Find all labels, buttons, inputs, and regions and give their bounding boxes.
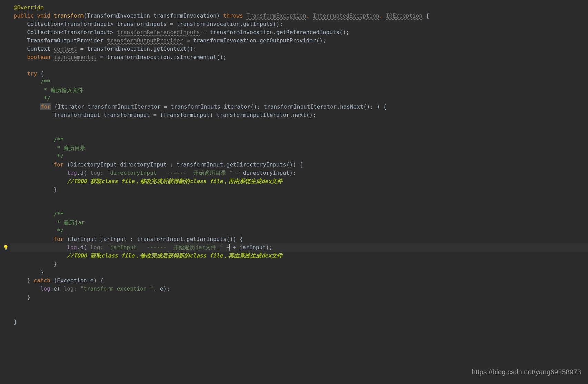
code-line — [10, 202, 588, 210]
code-line: } — [10, 318, 588, 326]
code-line: /** — [10, 78, 588, 86]
code-line: } — [10, 268, 588, 276]
code-line: */ — [10, 227, 588, 235]
code-line: TransformInput transformInput = (Transfo… — [10, 111, 588, 119]
code-line — [10, 301, 588, 310]
code-line: for (JarInput jarInput : transformInput.… — [10, 235, 588, 243]
code-line: * 遍历目录 — [10, 144, 588, 152]
code-line: public void transform(TransformInvocatio… — [10, 12, 588, 20]
code-line — [10, 310, 588, 318]
code-line — [10, 61, 588, 70]
code-line: /** — [10, 210, 588, 219]
code-line: try { — [10, 70, 588, 78]
code-line: } catch (Exception e) { — [10, 276, 588, 285]
code-line: TransformOutputProvider transformOutputP… — [10, 37, 588, 45]
code-line: log.d( log: "directoryInput ------ 开始遍历目… — [10, 169, 588, 177]
code-line — [10, 128, 588, 136]
code-line: /** — [10, 136, 588, 144]
code-line: Context context = transformInvocation.ge… — [10, 45, 588, 53]
code-line: for (DirectoryInput directoryInput : tra… — [10, 161, 588, 169]
code-line: //TODO 获取class file，修改完成后获得新的class file，… — [10, 177, 588, 185]
code-line: //TODO 获取class file，修改完成后获得新的class file，… — [10, 252, 588, 260]
code-line: log.e( log: "transform exception ", e); — [10, 285, 588, 293]
code-line — [10, 119, 588, 128]
watermark-text: https://blog.csdn.net/yang69258973 — [472, 367, 581, 377]
annotation: @Override — [14, 4, 44, 11]
code-line: } — [10, 260, 588, 268]
code-line: @Override — [10, 3, 588, 12]
code-line-active: 💡 log.d( log: "jarInput ------ 开始遍历jar文件… — [10, 243, 588, 252]
code-line: * 遍历输入文件 — [10, 86, 588, 94]
code-editor[interactable]: @Override public void transform(Transfor… — [0, 3, 588, 326]
code-line: Collection<TransformInput> transformInpu… — [10, 20, 588, 28]
code-line: */ — [10, 94, 588, 103]
code-line: */ — [10, 152, 588, 161]
code-line: for (Iterator transformInputIterator = t… — [10, 103, 588, 111]
intention-bulb-icon[interactable]: 💡 — [3, 244, 9, 251]
code-line: } — [10, 293, 588, 301]
code-line: boolean isIncremental = transformInvocat… — [10, 53, 588, 61]
code-line — [10, 194, 588, 202]
code-line: * 遍历jar — [10, 219, 588, 227]
code-line: Collection<TransformInput> transformRefe… — [10, 28, 588, 37]
code-line: } — [10, 185, 588, 194]
